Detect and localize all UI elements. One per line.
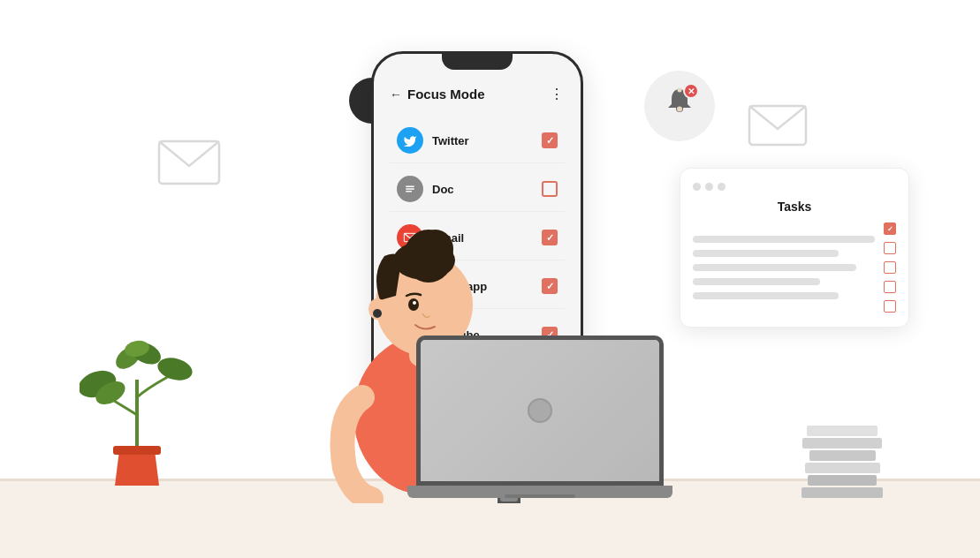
bell-icon: ✕	[664, 87, 695, 125]
book-2	[802, 438, 882, 449]
tasks-title: Tasks	[693, 200, 896, 214]
svg-point-4	[678, 88, 682, 93]
browser-dot-3	[718, 183, 726, 191]
focus-mode-title: Focus Mode	[407, 87, 485, 102]
twitter-label: Twitter	[432, 134, 469, 147]
task-line-3	[693, 264, 856, 271]
twitter-icon	[397, 127, 423, 154]
laptop	[416, 336, 664, 498]
browser-dots	[693, 183, 896, 191]
task-checkbox-2[interactable]	[884, 242, 896, 254]
book-6	[801, 487, 883, 498]
phone-header: ← Focus Mode ⋮	[390, 86, 565, 102]
app-item-twitter: Twitter	[390, 118, 565, 163]
browser-dot-1	[693, 183, 701, 191]
svg-point-3	[677, 107, 682, 112]
deco-mail-right	[748, 104, 808, 147]
twitter-checkbox[interactable]	[542, 132, 558, 148]
menu-dots-icon: ⋮	[550, 86, 565, 102]
task-checkbox-5[interactable]	[884, 300, 896, 313]
phone-notch	[442, 54, 513, 70]
back-arrow-icon: ←	[390, 87, 402, 102]
svg-point-25	[373, 309, 382, 318]
svg-marker-10	[115, 450, 159, 486]
tasks-panel: Tasks	[680, 168, 909, 328]
laptop-base	[407, 486, 672, 498]
notification-bubble: ✕	[644, 71, 715, 141]
task-line-4	[693, 278, 820, 285]
notif-badge: ✕	[683, 83, 699, 99]
book-4	[805, 463, 880, 473]
tasks-lines-col	[693, 222, 875, 313]
svg-rect-11	[113, 446, 161, 455]
book-1	[807, 426, 877, 436]
phone-header-left: ← Focus Mode	[390, 87, 485, 102]
book-3	[809, 450, 876, 461]
task-checkbox-4[interactable]	[884, 281, 896, 293]
laptop-logo	[528, 398, 552, 423]
svg-point-23	[393, 241, 455, 280]
tasks-layout	[693, 222, 896, 313]
svg-point-26	[408, 298, 419, 311]
plant-decoration	[80, 309, 194, 503]
books-stack	[801, 426, 883, 498]
svg-point-27	[413, 301, 416, 305]
tasks-checks-col	[884, 222, 896, 313]
task-line-5	[693, 292, 839, 299]
task-checkbox-1[interactable]	[884, 222, 896, 235]
browser-dot-2	[705, 183, 713, 191]
task-checkbox-3[interactable]	[884, 261, 896, 274]
book-5	[808, 475, 877, 486]
task-line-2	[693, 250, 839, 257]
task-line-1	[693, 236, 875, 243]
laptop-screen	[416, 336, 664, 486]
laptop-screen-inner	[421, 340, 659, 481]
deco-mail-left	[157, 140, 221, 185]
main-scene: ✕ ← Focus Mode ⋮	[0, 0, 980, 558]
